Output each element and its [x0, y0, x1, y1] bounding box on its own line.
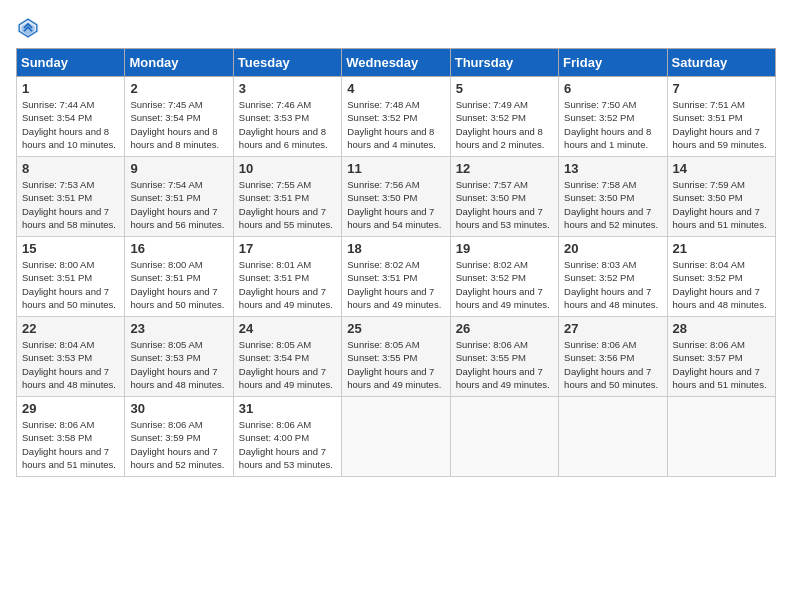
calendar-cell: 8 Sunrise: 7:53 AM Sunset: 3:51 PM Dayli…	[17, 157, 125, 237]
day-info: Sunrise: 8:06 AM Sunset: 3:59 PM Dayligh…	[130, 418, 227, 471]
calendar-cell: 14 Sunrise: 7:59 AM Sunset: 3:50 PM Dayl…	[667, 157, 775, 237]
calendar-cell: 6 Sunrise: 7:50 AM Sunset: 3:52 PM Dayli…	[559, 77, 667, 157]
day-info: Sunrise: 7:48 AM Sunset: 3:52 PM Dayligh…	[347, 98, 444, 151]
day-info: Sunrise: 7:49 AM Sunset: 3:52 PM Dayligh…	[456, 98, 553, 151]
day-number: 17	[239, 241, 336, 256]
calendar-table: SundayMondayTuesdayWednesdayThursdayFrid…	[16, 48, 776, 477]
calendar-cell	[559, 397, 667, 477]
day-number: 13	[564, 161, 661, 176]
calendar-cell: 22 Sunrise: 8:04 AM Sunset: 3:53 PM Dayl…	[17, 317, 125, 397]
column-header-tuesday: Tuesday	[233, 49, 341, 77]
day-number: 8	[22, 161, 119, 176]
calendar-week-row: 22 Sunrise: 8:04 AM Sunset: 3:53 PM Dayl…	[17, 317, 776, 397]
calendar-cell: 16 Sunrise: 8:00 AM Sunset: 3:51 PM Dayl…	[125, 237, 233, 317]
day-number: 24	[239, 321, 336, 336]
day-number: 31	[239, 401, 336, 416]
day-info: Sunrise: 8:01 AM Sunset: 3:51 PM Dayligh…	[239, 258, 336, 311]
day-number: 1	[22, 81, 119, 96]
day-number: 19	[456, 241, 553, 256]
calendar-week-row: 8 Sunrise: 7:53 AM Sunset: 3:51 PM Dayli…	[17, 157, 776, 237]
calendar-week-row: 1 Sunrise: 7:44 AM Sunset: 3:54 PM Dayli…	[17, 77, 776, 157]
day-number: 5	[456, 81, 553, 96]
column-header-friday: Friday	[559, 49, 667, 77]
day-number: 22	[22, 321, 119, 336]
day-number: 20	[564, 241, 661, 256]
calendar-cell: 17 Sunrise: 8:01 AM Sunset: 3:51 PM Dayl…	[233, 237, 341, 317]
day-info: Sunrise: 7:57 AM Sunset: 3:50 PM Dayligh…	[456, 178, 553, 231]
day-info: Sunrise: 7:55 AM Sunset: 3:51 PM Dayligh…	[239, 178, 336, 231]
calendar-cell: 24 Sunrise: 8:05 AM Sunset: 3:54 PM Dayl…	[233, 317, 341, 397]
day-number: 6	[564, 81, 661, 96]
calendar-cell: 30 Sunrise: 8:06 AM Sunset: 3:59 PM Dayl…	[125, 397, 233, 477]
day-number: 16	[130, 241, 227, 256]
day-number: 3	[239, 81, 336, 96]
day-info: Sunrise: 8:02 AM Sunset: 3:52 PM Dayligh…	[456, 258, 553, 311]
day-number: 4	[347, 81, 444, 96]
day-info: Sunrise: 7:51 AM Sunset: 3:51 PM Dayligh…	[673, 98, 770, 151]
day-info: Sunrise: 7:54 AM Sunset: 3:51 PM Dayligh…	[130, 178, 227, 231]
day-info: Sunrise: 7:59 AM Sunset: 3:50 PM Dayligh…	[673, 178, 770, 231]
day-number: 2	[130, 81, 227, 96]
calendar-cell: 2 Sunrise: 7:45 AM Sunset: 3:54 PM Dayli…	[125, 77, 233, 157]
calendar-cell	[342, 397, 450, 477]
day-number: 28	[673, 321, 770, 336]
day-info: Sunrise: 8:06 AM Sunset: 3:58 PM Dayligh…	[22, 418, 119, 471]
day-info: Sunrise: 7:53 AM Sunset: 3:51 PM Dayligh…	[22, 178, 119, 231]
calendar-cell: 12 Sunrise: 7:57 AM Sunset: 3:50 PM Dayl…	[450, 157, 558, 237]
calendar-cell: 4 Sunrise: 7:48 AM Sunset: 3:52 PM Dayli…	[342, 77, 450, 157]
calendar-cell: 11 Sunrise: 7:56 AM Sunset: 3:50 PM Dayl…	[342, 157, 450, 237]
page-header	[16, 16, 776, 40]
column-header-monday: Monday	[125, 49, 233, 77]
day-info: Sunrise: 7:58 AM Sunset: 3:50 PM Dayligh…	[564, 178, 661, 231]
calendar-week-row: 29 Sunrise: 8:06 AM Sunset: 3:58 PM Dayl…	[17, 397, 776, 477]
calendar-cell: 29 Sunrise: 8:06 AM Sunset: 3:58 PM Dayl…	[17, 397, 125, 477]
day-info: Sunrise: 8:04 AM Sunset: 3:53 PM Dayligh…	[22, 338, 119, 391]
day-number: 26	[456, 321, 553, 336]
day-info: Sunrise: 8:06 AM Sunset: 3:56 PM Dayligh…	[564, 338, 661, 391]
calendar-cell	[667, 397, 775, 477]
day-info: Sunrise: 8:06 AM Sunset: 4:00 PM Dayligh…	[239, 418, 336, 471]
logo	[16, 16, 44, 40]
column-header-saturday: Saturday	[667, 49, 775, 77]
day-number: 29	[22, 401, 119, 416]
day-info: Sunrise: 8:00 AM Sunset: 3:51 PM Dayligh…	[130, 258, 227, 311]
day-info: Sunrise: 7:50 AM Sunset: 3:52 PM Dayligh…	[564, 98, 661, 151]
calendar-cell: 1 Sunrise: 7:44 AM Sunset: 3:54 PM Dayli…	[17, 77, 125, 157]
day-info: Sunrise: 8:06 AM Sunset: 3:57 PM Dayligh…	[673, 338, 770, 391]
calendar-cell: 23 Sunrise: 8:05 AM Sunset: 3:53 PM Dayl…	[125, 317, 233, 397]
day-info: Sunrise: 7:44 AM Sunset: 3:54 PM Dayligh…	[22, 98, 119, 151]
logo-icon	[16, 16, 40, 40]
day-info: Sunrise: 8:05 AM Sunset: 3:53 PM Dayligh…	[130, 338, 227, 391]
day-info: Sunrise: 7:45 AM Sunset: 3:54 PM Dayligh…	[130, 98, 227, 151]
day-number: 15	[22, 241, 119, 256]
day-number: 7	[673, 81, 770, 96]
calendar-cell: 9 Sunrise: 7:54 AM Sunset: 3:51 PM Dayli…	[125, 157, 233, 237]
day-info: Sunrise: 8:00 AM Sunset: 3:51 PM Dayligh…	[22, 258, 119, 311]
calendar-week-row: 15 Sunrise: 8:00 AM Sunset: 3:51 PM Dayl…	[17, 237, 776, 317]
calendar-cell: 28 Sunrise: 8:06 AM Sunset: 3:57 PM Dayl…	[667, 317, 775, 397]
calendar-cell: 3 Sunrise: 7:46 AM Sunset: 3:53 PM Dayli…	[233, 77, 341, 157]
calendar-cell: 18 Sunrise: 8:02 AM Sunset: 3:51 PM Dayl…	[342, 237, 450, 317]
day-number: 9	[130, 161, 227, 176]
calendar-cell: 31 Sunrise: 8:06 AM Sunset: 4:00 PM Dayl…	[233, 397, 341, 477]
calendar-cell: 5 Sunrise: 7:49 AM Sunset: 3:52 PM Dayli…	[450, 77, 558, 157]
calendar-header-row: SundayMondayTuesdayWednesdayThursdayFrid…	[17, 49, 776, 77]
calendar-cell: 21 Sunrise: 8:04 AM Sunset: 3:52 PM Dayl…	[667, 237, 775, 317]
calendar-cell: 20 Sunrise: 8:03 AM Sunset: 3:52 PM Dayl…	[559, 237, 667, 317]
day-info: Sunrise: 8:05 AM Sunset: 3:54 PM Dayligh…	[239, 338, 336, 391]
calendar-cell: 7 Sunrise: 7:51 AM Sunset: 3:51 PM Dayli…	[667, 77, 775, 157]
column-header-sunday: Sunday	[17, 49, 125, 77]
day-info: Sunrise: 8:02 AM Sunset: 3:51 PM Dayligh…	[347, 258, 444, 311]
day-number: 12	[456, 161, 553, 176]
calendar-cell: 19 Sunrise: 8:02 AM Sunset: 3:52 PM Dayl…	[450, 237, 558, 317]
calendar-cell: 26 Sunrise: 8:06 AM Sunset: 3:55 PM Dayl…	[450, 317, 558, 397]
day-number: 10	[239, 161, 336, 176]
day-info: Sunrise: 8:03 AM Sunset: 3:52 PM Dayligh…	[564, 258, 661, 311]
day-info: Sunrise: 7:56 AM Sunset: 3:50 PM Dayligh…	[347, 178, 444, 231]
day-number: 25	[347, 321, 444, 336]
day-number: 18	[347, 241, 444, 256]
column-header-thursday: Thursday	[450, 49, 558, 77]
day-number: 27	[564, 321, 661, 336]
day-number: 14	[673, 161, 770, 176]
day-info: Sunrise: 7:46 AM Sunset: 3:53 PM Dayligh…	[239, 98, 336, 151]
